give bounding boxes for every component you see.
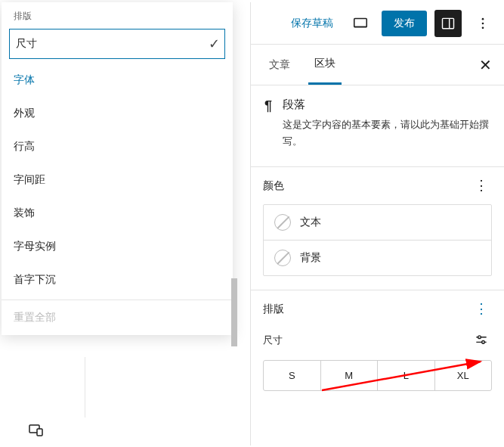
block-text: 段落 这是文字内容的基本要素，请以此为基础开始撰写。 <box>283 98 490 150</box>
option-letter-spacing[interactable]: 字间距 <box>2 163 233 197</box>
option-label: 外观 <box>14 107 35 120</box>
svg-rect-1 <box>37 429 42 436</box>
editor-topbar: 保存草稿 发布 <box>251 2 504 45</box>
block-hint: 这是文字内容的基本要素，请以此为基础开始撰写。 <box>283 116 490 150</box>
color-label: 文本 <box>300 216 321 229</box>
paragraph-icon: ¶ <box>264 98 272 150</box>
option-size[interactable]: 尺寸 ✓ <box>9 29 225 59</box>
color-section: 颜色 ⋮ 文本 背景 <box>251 167 504 290</box>
option-label: 字体 <box>14 73 35 87</box>
none-icon <box>274 250 291 266</box>
scrollbar[interactable] <box>231 63 237 354</box>
save-draft-button[interactable]: 保存草稿 <box>285 12 339 35</box>
color-more-icon[interactable]: ⋮ <box>470 178 492 194</box>
publish-button[interactable]: 发布 <box>382 11 427 36</box>
typography-options-dropdown: 排版 尺寸 ✓ 字体 外观 行高 字间距 装饰 字母实例 首字下沉 重置全部 <box>2 2 233 335</box>
size-button-group: S M L XL <box>263 360 492 391</box>
option-letter-case[interactable]: 字母实例 <box>2 230 233 263</box>
none-icon <box>274 214 291 231</box>
color-rows: 文本 背景 <box>263 204 492 276</box>
option-label: 字间距 <box>14 173 45 187</box>
size-m[interactable]: M <box>320 361 378 390</box>
option-label: 装饰 <box>14 206 35 220</box>
typography-section-title: 排版 <box>263 303 284 316</box>
svg-point-4 <box>482 17 484 20</box>
svg-point-8 <box>482 341 485 344</box>
option-label: 首字下沉 <box>14 273 56 287</box>
svg-point-6 <box>482 26 484 29</box>
block-description: ¶ 段落 这是文字内容的基本要素，请以此为基础开始撰写。 <box>251 85 504 167</box>
settings-toggle-button[interactable] <box>434 10 462 37</box>
reset-all[interactable]: 重置全部 <box>2 300 233 335</box>
tab-block[interactable]: 区块 <box>308 45 342 85</box>
size-label: 尺寸 <box>263 334 283 347</box>
size-s[interactable]: S <box>264 361 320 390</box>
settings-sidebar: 保存草稿 发布 文章 区块 ✕ ¶ 段落 这是文字内容的基本要素，请以此为基础开… <box>250 2 504 445</box>
option-label: 行高 <box>14 140 35 154</box>
option-label: 尺寸 <box>16 37 37 51</box>
text-color-row[interactable]: 文本 <box>264 205 491 240</box>
option-decoration[interactable]: 装饰 <box>2 197 233 230</box>
size-l[interactable]: L <box>377 361 434 390</box>
color-label: 背景 <box>300 251 321 265</box>
check-icon: ✓ <box>209 36 220 52</box>
dropdown-title: 排版 <box>2 2 233 24</box>
preview-button[interactable] <box>347 10 374 37</box>
responsive-icon[interactable] <box>27 421 45 442</box>
option-font[interactable]: 字体 <box>2 64 233 97</box>
typography-section: 排版 ⋮ 尺寸 S M L XL <box>251 290 504 405</box>
option-drop-cap[interactable]: 首字下沉 <box>2 263 233 296</box>
size-xl[interactable]: XL <box>434 361 492 390</box>
custom-size-icon[interactable] <box>471 329 492 352</box>
option-line-height[interactable]: 行高 <box>2 130 233 163</box>
color-section-title: 颜色 <box>263 179 284 193</box>
more-options-button[interactable] <box>469 10 496 37</box>
scrollbar-thumb[interactable] <box>231 278 237 346</box>
svg-point-7 <box>478 336 481 339</box>
close-icon[interactable]: ✕ <box>476 53 495 77</box>
option-label: 字母实例 <box>14 240 56 253</box>
svg-point-5 <box>482 22 484 24</box>
svg-rect-3 <box>443 18 454 28</box>
background-color-row[interactable]: 背景 <box>264 240 491 275</box>
tab-post[interactable]: 文章 <box>263 45 296 85</box>
decorative-line <box>85 357 85 418</box>
sidebar-tabs: 文章 区块 ✕ <box>251 45 504 85</box>
svg-rect-2 <box>354 18 367 26</box>
option-appearance[interactable]: 外观 <box>2 97 233 130</box>
block-name: 段落 <box>283 98 490 112</box>
typography-more-icon[interactable]: ⋮ <box>470 301 492 317</box>
